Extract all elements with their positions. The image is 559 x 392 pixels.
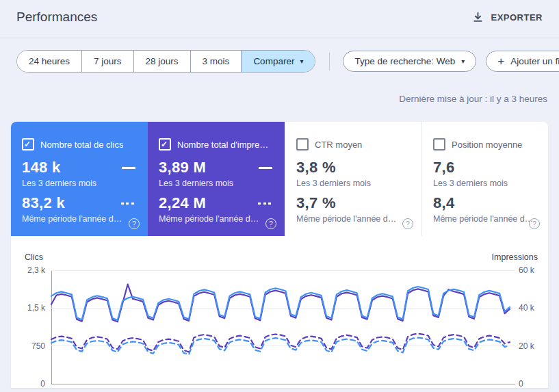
checkbox-checked-icon[interactable] [159,138,171,151]
dashed-line-icon [121,202,135,205]
metric-card-average-position[interactable]: Position moyenne 7,6 Les 3 derniers mois… [421,122,548,236]
chevron-down-icon [300,58,303,65]
help-icon[interactable] [529,218,540,229]
search-type-label: Type de recherche: Web [354,56,455,66]
page-title: Performances [16,10,97,25]
date-range-28-jours[interactable]: 28 jours [133,51,190,72]
left-axis-tick: 750 [15,341,45,351]
metric-period-previous: Même période l'année d… [296,214,411,224]
plus-icon [497,55,504,67]
checkbox-unchecked-icon[interactable] [296,138,309,151]
solid-line-icon [122,167,135,169]
metric-card-average-ctr[interactable]: CTR moyen 3,8 % Les 3 derniers mois 3,7 … [285,122,421,236]
dashed-line-icon [258,202,272,205]
download-icon [472,12,484,23]
metric-card-label: Nombre total de clics [40,140,123,150]
metric-value-current: 7,6 [433,159,454,177]
metric-period-previous: Même période l'année d… [159,214,274,224]
segment-label: 24 heures [29,56,70,66]
metric-period-previous: Même période l'année d… [22,214,137,224]
add-filter-button[interactable]: Ajouter un filtre [486,51,559,72]
right-axis-tick: 20 k [519,341,548,351]
metric-period-current: Les 3 derniers mois [433,179,537,188]
metric-period-current: Les 3 derniers mois [22,179,137,188]
performance-chart[interactable]: Clics Impressions 0075020 k1,5 k40 k2,3 … [11,236,548,388]
previous-value-row: 2,24 M [159,194,274,212]
date-range-24-heures[interactable]: 24 heures [17,51,81,72]
x-axis-line [51,384,515,384]
checkbox-unchecked-icon[interactable] [433,138,445,151]
export-label: EXPORTER [491,12,543,23]
metric-value-current: 3,89 M [159,159,206,177]
metric-card-total-impressions[interactable]: Nombre total d'impre… 3,89 M Les 3 derni… [148,122,285,236]
card-header: CTR moyen [296,138,411,151]
metric-cards: Nombre total de clics 148 k Les 3 dernie… [11,122,548,236]
help-icon[interactable] [265,218,276,229]
metric-value-previous: 3,7 % [296,194,336,212]
segment-label: 3 mois [203,56,230,66]
previous-value-row: 83,2 k [22,194,137,212]
metric-card-label: CTR moyen [315,140,362,150]
page-header: Performances EXPORTER [0,0,559,38]
last-update-status: Dernière mise à jour : il y a 3 heures [399,94,547,104]
card-header: Nombre total d'impre… [159,138,274,151]
date-range-comparer[interactable]: Comparer [241,51,315,72]
left-axis-tick: 0 [15,379,45,388]
checkbox-checked-icon[interactable] [22,138,34,151]
date-range-3-mois[interactable]: 3 mois [190,51,242,72]
toolbar-divider [329,53,330,70]
card-header: Nombre total de clics [22,138,137,151]
previous-value-row: 8,4 [433,194,537,212]
right-axis-tick: 60 k [519,265,548,275]
metric-period-current: Les 3 derniers mois [159,179,274,188]
previous-value-row: 3,7 % [296,194,411,212]
metric-period-current: Les 3 derniers mois [296,179,411,188]
date-range-7-jours[interactable]: 7 jours [81,51,133,72]
performance-panel: Nombre total de clics 148 k Les 3 dernie… [11,122,548,388]
filter-toolbar: 24 heures 7 jours 28 jours 3 mois Compar… [16,50,559,73]
metric-card-label: Nombre total d'impre… [177,140,268,150]
add-filter-label: Ajouter un filtre [510,56,559,66]
metric-value-previous: 83,2 k [22,194,65,212]
right-axis-tick: 40 k [519,303,548,313]
left-axis-title: Clics [25,252,43,262]
right-axis-title: Impressions [492,252,538,262]
date-range-control: 24 heures 7 jours 28 jours 3 mois Compar… [16,50,315,73]
segment-label: Comparer [253,56,294,66]
right-axis-tick: 0 [519,379,548,388]
segment-label: 28 jours [146,56,179,66]
solid-line-icon [259,167,272,169]
segment-label: 7 jours [94,56,122,66]
left-axis-tick: 1,5 k [15,303,45,313]
metric-card-label: Position moyenne [452,140,522,150]
search-type-filter[interactable]: Type de recherche: Web [343,51,476,72]
metric-value-current: 3,8 % [296,159,336,177]
left-axis-tick: 2,3 k [15,265,45,275]
metric-period-previous: Même période l'année d… [433,214,537,224]
metric-value-previous: 2,24 M [159,194,206,212]
current-value-row: 3,8 % [296,159,411,177]
current-value-row: 7,6 [433,159,537,177]
header-divider [0,38,559,38]
metric-value-previous: 8,4 [433,194,454,212]
export-button[interactable]: EXPORTER [471,9,544,26]
card-header: Position moyenne [433,138,537,151]
metric-card-total-clicks[interactable]: Nombre total de clics 148 k Les 3 dernie… [11,122,148,236]
current-value-row: 3,89 M [159,159,274,177]
chart-plot-area[interactable] [51,270,510,384]
chevron-down-icon [461,58,465,65]
metric-value-current: 148 k [22,159,61,177]
help-icon[interactable] [402,218,413,229]
help-icon[interactable] [129,218,140,229]
current-value-row: 148 k [22,159,137,177]
